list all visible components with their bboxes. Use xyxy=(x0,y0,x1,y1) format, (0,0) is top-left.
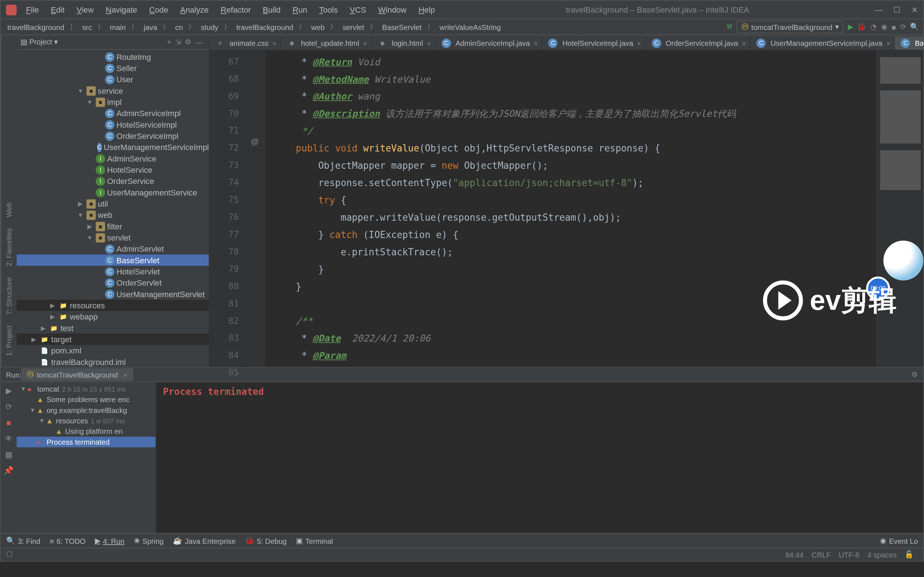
run-settings-icon[interactable]: ⚙ xyxy=(911,371,918,379)
code-line[interactable]: public void writeValue(Object obj,HttpSe… xyxy=(273,140,877,157)
breadcrumb[interactable]: writeValueAsString xyxy=(437,23,504,31)
expand-icon[interactable]: ⇲ xyxy=(175,38,181,47)
menu-build[interactable]: Build xyxy=(257,3,286,16)
close-tab-icon[interactable]: × xyxy=(887,40,890,47)
code-line[interactable]: * @Return Void xyxy=(273,53,877,70)
code-line[interactable]: e.printStackTrace(); xyxy=(273,243,877,261)
toolwindow-2--favorites[interactable]: 2: Favorites xyxy=(3,223,14,272)
tree-node-adminservlet[interactable]: CAdminServlet xyxy=(16,243,209,255)
tree-node-routeimg[interactable]: CRouteImg xyxy=(16,51,209,62)
code-line[interactable]: } xyxy=(273,260,877,278)
code-line[interactable]: mapper.writeValue(response.getOutputStre… xyxy=(273,209,877,226)
breadcrumb[interactable]: study xyxy=(198,23,221,31)
code-line[interactable]: } catch (IOException e) { xyxy=(273,226,877,243)
code-line[interactable]: ObjectMapper mapper = new ObjectMapper()… xyxy=(273,157,877,174)
tree-node-test[interactable]: ▶📁test xyxy=(16,322,209,334)
bottom-tab-4-run[interactable]: ▶4: Run xyxy=(95,536,124,545)
toolwindow-1--project[interactable]: 1: Project xyxy=(3,320,14,361)
code-line[interactable]: * @Description 该方法用于将对象序列化为JSON返回给客户端，主要… xyxy=(273,105,877,122)
code-line[interactable]: /** xyxy=(273,312,877,330)
indent[interactable]: 4 spaces xyxy=(867,551,897,559)
tree-node-filter[interactable]: ▶■filter xyxy=(16,221,209,232)
stop-icon[interactable]: ■ xyxy=(6,418,11,427)
tree-node-util[interactable]: ▶■util xyxy=(16,198,209,209)
breadcrumb[interactable]: travelBackground xyxy=(5,23,67,31)
breadcrumb[interactable]: main xyxy=(107,23,129,31)
editor-tab-animate-css[interactable]: #animate.css× xyxy=(210,36,281,50)
code-line[interactable]: } xyxy=(273,278,877,295)
menu-navigate[interactable]: Navigate xyxy=(100,3,142,16)
bottom-tab-terminal[interactable]: ▣Terminal xyxy=(296,536,333,545)
close-run-tab-icon[interactable]: × xyxy=(123,371,128,378)
breadcrumb[interactable]: java xyxy=(141,23,160,31)
tree-node-hotelservlet[interactable]: CHotelServlet xyxy=(16,266,209,277)
tree-node-usermanagementserviceimpl[interactable]: CUserManagementServiceImpl xyxy=(16,142,209,153)
debug-icon[interactable]: 🐞 xyxy=(857,23,866,31)
stop-icon[interactable]: ■ xyxy=(892,23,896,31)
tree-node-hotelserviceimpl[interactable]: CHotelServiceImpl xyxy=(16,119,209,130)
run-tree-item[interactable]: ▲Using platform en xyxy=(16,426,155,436)
breadcrumb[interactable]: cn xyxy=(173,23,186,31)
gear-icon[interactable]: ⚙ xyxy=(185,38,191,47)
menu-analyze[interactable]: Analyze xyxy=(175,3,214,16)
run-tree-item[interactable]: ▼▲org.example:travelBackg xyxy=(16,405,155,415)
close-tab-icon[interactable]: × xyxy=(534,40,538,47)
hide-icon[interactable]: — xyxy=(195,38,203,46)
minimize-icon[interactable]: — xyxy=(875,5,883,15)
close-icon[interactable]: ✕ xyxy=(911,5,918,15)
breadcrumb[interactable]: servlet xyxy=(340,23,367,31)
breadcrumb[interactable]: travelBackground xyxy=(234,23,296,31)
editor-tab-hotelserviceimpl-java[interactable]: CHotelServiceImpl.java× xyxy=(543,36,646,50)
encoding[interactable]: UTF-8 xyxy=(839,551,859,559)
tree-node-adminserviceimpl[interactable]: CAdminServiceImpl xyxy=(16,108,209,119)
code-line[interactable] xyxy=(273,295,877,312)
tree-node-webapp[interactable]: ▶📁webapp xyxy=(16,311,209,322)
tree-node-servlet[interactable]: ▼■servlet xyxy=(16,232,209,243)
close-tab-icon[interactable]: × xyxy=(742,40,746,47)
line-ending[interactable]: CRLF xyxy=(812,551,831,559)
event-log[interactable]: ◉ Event Lo xyxy=(880,536,918,545)
run-config-dropdown[interactable]: ⓜtomcatTravelBackground▾ xyxy=(737,21,843,33)
tree-node-web[interactable]: ▼■web xyxy=(16,210,209,221)
minimap[interactable] xyxy=(877,50,923,367)
tree-node-target[interactable]: ▶📁target xyxy=(16,334,209,345)
menu-view[interactable]: View xyxy=(71,3,99,16)
editor-tab-usermanagementserviceimpl-java[interactable]: CUserManagementServiceImpl.java× xyxy=(751,36,895,50)
tree-node-orderservlet[interactable]: COrderServlet xyxy=(16,277,209,288)
tree-node-baseservlet[interactable]: CBaseServlet xyxy=(16,255,209,266)
restart-icon[interactable]: ⟳ xyxy=(5,402,12,411)
bottom-tab-java-enterprise[interactable]: ☕Java Enterprise xyxy=(173,536,236,545)
tree-node-orderserviceimpl[interactable]: COrderServiceImpl xyxy=(16,130,209,141)
build-icon[interactable]: ⚒ xyxy=(726,23,733,31)
show-icon[interactable]: 👁 xyxy=(5,434,13,443)
breadcrumb[interactable]: BaseServlet xyxy=(380,23,424,31)
code-line[interactable]: * @param obj xyxy=(273,364,877,367)
tree-node-usermanagementservice[interactable]: IUserManagementService xyxy=(16,187,209,198)
code-line[interactable]: * @Param xyxy=(273,347,877,364)
bottom-tab-spring[interactable]: ❀Spring xyxy=(134,536,164,545)
layout-icon[interactable]: ▦ xyxy=(5,450,12,459)
editor-tab-hotel_update-html[interactable]: ◆hotel_update.html× xyxy=(281,36,372,50)
tree-node-resources[interactable]: ▶📁resources xyxy=(16,300,209,311)
close-tab-icon[interactable]: × xyxy=(273,40,276,47)
editor-tab-baseservlet-java[interactable]: CBaseServlet.java× xyxy=(895,36,923,50)
pin-icon[interactable]: 📌 xyxy=(3,466,14,475)
code-line[interactable]: response.setContentType("application/jso… xyxy=(273,174,877,192)
editor-tab-login-html[interactable]: ◆login.html× xyxy=(372,36,436,50)
menu-vcs[interactable]: VCS xyxy=(344,3,372,16)
bottom-tab-3-find[interactable]: 🔍3: Find xyxy=(6,536,40,545)
editor-tab-adminserviceimpl-java[interactable]: CAdminServiceImpl.java× xyxy=(436,36,543,50)
coverage-icon[interactable]: ◔ xyxy=(870,23,877,31)
bottom-tab-6-todo[interactable]: ≡6: TODO xyxy=(50,537,86,545)
toolwindow-web[interactable]: Web xyxy=(3,197,14,223)
breadcrumb[interactable]: src xyxy=(79,23,95,31)
profile-icon[interactable]: ◉ xyxy=(881,23,888,31)
menu-run[interactable]: Run xyxy=(287,3,313,16)
tree-node-orderservice[interactable]: IOrderService xyxy=(16,176,209,187)
menu-help[interactable]: Help xyxy=(413,3,440,16)
update-icon[interactable]: ⟳ xyxy=(900,23,906,31)
run-tree-item[interactable]: ▲Some problems were enc xyxy=(16,394,155,405)
editor-tab-orderserviceimpl-java[interactable]: COrderServiceImpl.java× xyxy=(646,36,751,50)
tree-node-user[interactable]: CUser xyxy=(16,74,209,85)
menu-refactor[interactable]: Refactor xyxy=(215,3,256,16)
